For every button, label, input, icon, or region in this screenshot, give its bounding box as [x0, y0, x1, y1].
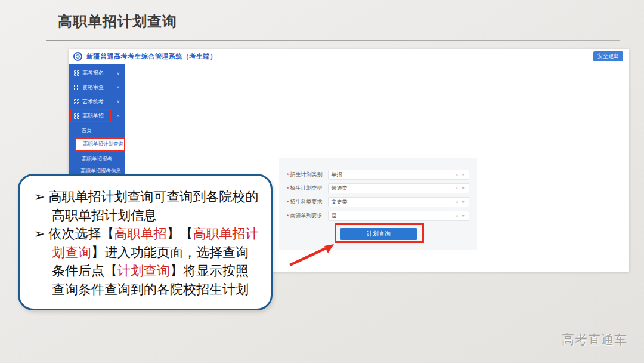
title-divider — [46, 40, 620, 41]
sidebar-item-label: 高考报名 — [82, 69, 116, 77]
clear-and-dropdown-icons[interactable]: × ▾ — [456, 172, 466, 177]
app-title: 新疆普通高考考生综合管理系统（考生端） — [86, 52, 217, 61]
clear-and-dropdown-icons[interactable]: × ▾ — [456, 186, 466, 191]
field-value: 文史类 — [332, 198, 348, 206]
nanjiang-requirement-select[interactable]: 是 × ▾ — [328, 211, 469, 221]
sidebar-item-gaozhi-danzhao[interactable]: 高职单招 ∧ — [69, 109, 125, 123]
field-label: 南疆单列要求 — [290, 212, 326, 220]
field-value: 单招 — [332, 171, 342, 179]
query-form-panel: * 招生计划类别 单招 × ▾ * 招生计划类型 普通类 × ▾ — [279, 158, 477, 250]
chevron-down-icon: ∨ — [116, 70, 120, 75]
field-row-nanjiang-requirement: * 南疆单列要求 是 × ▾ — [279, 209, 477, 223]
sidebar-subitem-home[interactable]: 首页 — [69, 123, 125, 137]
page-title: 高职单招计划查询 — [58, 12, 177, 31]
chevron-down-icon: ∨ — [116, 99, 120, 103]
chevron-up-icon: ∧ — [116, 113, 120, 118]
field-row-plan-category: * 招生计划类别 单招 × ▾ — [279, 168, 477, 182]
sidebar-item-zige-shencha[interactable]: 资格审查 ∨ — [69, 80, 125, 94]
grid-icon — [74, 85, 79, 90]
field-row-subject-requirement: * 招生科类要求 文史类 × ▾ — [279, 195, 477, 209]
required-mark: * — [287, 172, 289, 178]
arrow-bullet-icon: ➢ — [34, 189, 45, 204]
instruction-point-2: ➢依次选择【高职单招】【高职单招计划查询】进入功能页面，选择查询条件后点【计划查… — [34, 224, 260, 299]
plan-type-select[interactable]: 普通类 × ▾ — [328, 183, 469, 193]
field-label: 招生计划类型 — [290, 184, 326, 192]
required-mark: * — [287, 213, 289, 219]
grid-icon — [74, 113, 79, 119]
submit-area: 计划查询 — [340, 227, 417, 240]
sidebar-item-label: 高职单招 — [82, 112, 116, 120]
subject-requirement-select[interactable]: 文史类 × ▾ — [328, 197, 469, 207]
chevron-down-icon: ∨ — [116, 85, 120, 89]
field-value: 普通类 — [332, 184, 348, 192]
grid-icon — [74, 70, 79, 76]
app-header: 新疆普通高考考生综合管理系统（考生端） 安全退出 — [69, 49, 629, 64]
required-mark: * — [287, 199, 289, 205]
required-mark: * — [287, 186, 289, 192]
arrow-bullet-icon: ➢ — [34, 226, 45, 241]
logout-button[interactable]: 安全退出 — [593, 51, 623, 61]
sidebar-item-yishu-tongkao[interactable]: 艺术统考 ∨ — [69, 94, 125, 109]
slide: 高职单招计划查询 新疆普通高考考生综合管理系统（考生端） 安全退出 高考报名 ∨… — [0, 0, 644, 363]
plan-query-button[interactable]: 计划查询 — [340, 228, 417, 240]
instruction-text: 高职单招计划查询可查询到各院校的高职单招计划信息 — [48, 189, 258, 223]
field-label: 招生计划类别 — [290, 171, 326, 179]
field-row-plan-type: * 招生计划类型 普通类 × ▾ — [279, 182, 477, 195]
highlighted-button-name: 计划查询 — [117, 263, 170, 278]
sidebar-item-gaokao-baoming[interactable]: 高考报名 ∨ — [69, 66, 125, 80]
sidebar-subitem-plan-query[interactable]: 高职单招计划查询 — [75, 137, 125, 152]
sidebar-item-label: 资格审查 — [82, 84, 116, 91]
sidebar-item-label: 艺术统考 — [82, 98, 116, 106]
clear-and-dropdown-icons[interactable]: × ▾ — [456, 199, 466, 205]
clear-and-dropdown-icons[interactable]: × ▾ — [456, 213, 466, 219]
system-logo-icon — [73, 52, 82, 61]
grid-icon — [74, 99, 79, 104]
field-value: 是 — [332, 212, 337, 220]
sidebar-subitem-danzhao-baokao[interactable]: 高职单招报考 — [69, 152, 125, 166]
instruction-list: ➢高职单招计划查询可查询到各院校的高职单招计划信息 ➢依次选择【高职单招】【高职… — [34, 187, 260, 299]
instruction-text: 依次选择【高职单招】【高职单招计划查询】进入功能页面，选择查询条件后点【计划查询… — [48, 226, 258, 297]
watermark: 高考直通车 — [562, 331, 627, 348]
field-label: 招生科类要求 — [290, 198, 326, 206]
instruction-callout: ➢高职单招计划查询可查询到各院校的高职单招计划信息 ➢依次选择【高职单招】【高职… — [18, 174, 273, 310]
instruction-point-1: ➢高职单招计划查询可查询到各院校的高职单招计划信息 — [34, 187, 260, 224]
highlighted-menu-name: 高职单招 — [114, 226, 166, 241]
plan-category-select[interactable]: 单招 × ▾ — [328, 170, 469, 180]
